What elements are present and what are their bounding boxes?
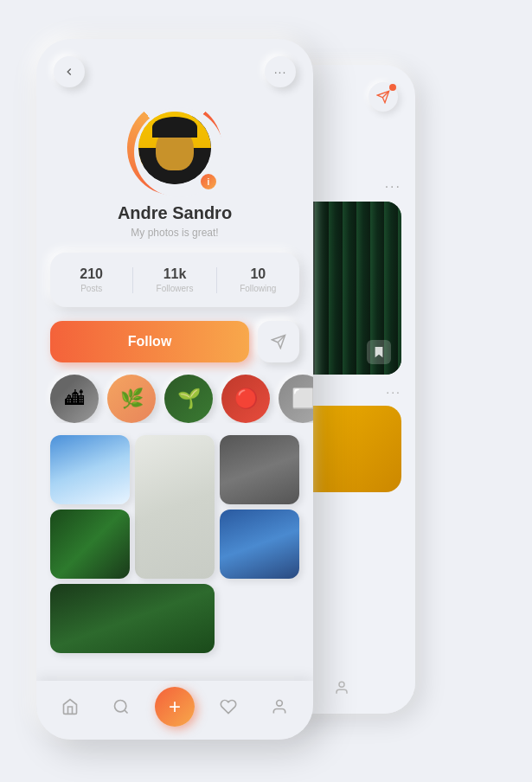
follow-button[interactable]: Follow: [50, 321, 249, 362]
avatar-wrapper: i: [131, 105, 218, 191]
photo-2[interactable]: [135, 435, 215, 579]
message-button[interactable]: [258, 321, 299, 362]
photo-grid: [36, 423, 313, 722]
nav-search[interactable]: [104, 689, 138, 724]
nav-home[interactable]: [53, 689, 87, 724]
stories-row: 🏙 🌿 🌱 🔴 ⬜: [36, 362, 313, 423]
photo-3[interactable]: [220, 435, 299, 504]
stat-followers: 11k Followers: [133, 266, 215, 293]
home-icon: [61, 698, 79, 715]
add-icon: +: [169, 695, 181, 719]
back-bookmark-icon[interactable]: [367, 340, 391, 364]
profile-bio: My photos is great!: [131, 227, 218, 239]
more-dots: ···: [274, 65, 287, 79]
svg-point-5: [115, 701, 126, 712]
notification-badge[interactable]: i: [199, 172, 218, 191]
story-item-1[interactable]: 🏙: [50, 375, 99, 423]
story-item-4[interactable]: 🔴: [221, 375, 270, 423]
photo-5[interactable]: [220, 510, 299, 579]
phone-front: ··· i Andre Sandro My photos is great! 2…: [36, 39, 313, 740]
send-message-icon: [271, 334, 286, 349]
stat-posts: 210 Posts: [50, 266, 132, 293]
nav-add-button[interactable]: +: [155, 687, 195, 727]
svg-point-7: [276, 701, 282, 707]
avatar-face: [138, 112, 211, 184]
back-post-more[interactable]: ···: [386, 385, 401, 399]
photo-1[interactable]: [50, 435, 130, 504]
notification-dot: [389, 84, 396, 91]
svg-point-2: [339, 682, 344, 687]
person-icon: [334, 680, 349, 695]
photo-6[interactable]: [50, 584, 215, 653]
avatar: [138, 112, 211, 184]
profile-name: Andre Sandro: [118, 203, 232, 223]
send-icon: [376, 90, 390, 104]
photo-4[interactable]: [50, 510, 130, 579]
posts-count: 210: [50, 266, 132, 282]
chevron-left-icon: [63, 66, 75, 78]
story-item-5[interactable]: ⬜: [279, 375, 313, 423]
back-nav-person[interactable]: [326, 672, 357, 703]
followers-count: 11k: [133, 266, 215, 282]
top-bar: ···: [36, 39, 313, 96]
profile-section: i Andre Sandro My photos is great!: [36, 96, 313, 239]
followers-label: Followers: [133, 284, 215, 293]
back-send-button[interactable]: [369, 82, 398, 112]
stat-following: 10 Following: [217, 266, 299, 293]
action-row: Follow: [50, 321, 299, 362]
profile-nav-icon: [271, 698, 288, 715]
bookmark-icon: [374, 346, 384, 358]
phone-content: ··· i Andre Sandro My photos is great! 2…: [36, 39, 313, 740]
following-label: Following: [217, 284, 299, 293]
nav-heart[interactable]: [211, 689, 246, 724]
posts-label: Posts: [50, 284, 132, 293]
stats-card: 210 Posts 11k Followers 10 Following: [50, 253, 299, 307]
following-count: 10: [217, 266, 299, 282]
story-item-2[interactable]: 🌿: [107, 375, 156, 423]
bottom-nav: +: [36, 681, 313, 740]
nav-profile[interactable]: [262, 689, 297, 724]
search-icon: [112, 698, 130, 715]
more-button[interactable]: ···: [265, 56, 296, 87]
story-item-3[interactable]: 🌱: [164, 375, 213, 423]
back-more-button[interactable]: ···: [385, 179, 401, 195]
svg-line-6: [125, 710, 128, 714]
heart-nav-icon: [220, 698, 237, 715]
back-button[interactable]: [54, 56, 85, 87]
